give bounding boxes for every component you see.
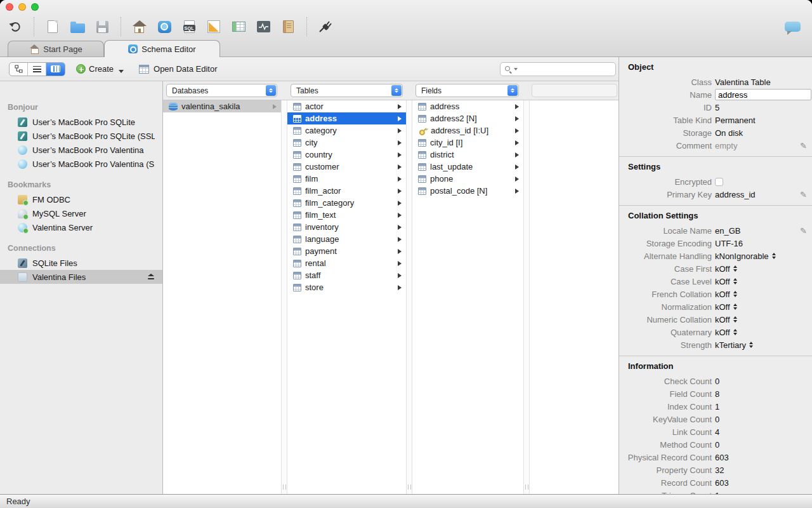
value-stepper-icon[interactable] bbox=[733, 329, 737, 335]
property-row: Comment empty ✎ bbox=[619, 139, 812, 152]
sidebar-item-bonjour-valentina-ssl[interactable]: User’s MacBook Pro Valentina (S... bbox=[0, 157, 162, 171]
table-icon bbox=[293, 248, 301, 255]
search-field bbox=[500, 62, 616, 76]
table-row[interactable]: film_category bbox=[287, 197, 406, 209]
sidebar-item-bonjour-valentina[interactable]: User’s MacBook Pro Valentina bbox=[0, 143, 162, 157]
section-title: Bookmarks bbox=[0, 180, 162, 192]
field-row[interactable]: city_id [I] bbox=[412, 137, 523, 149]
table-row[interactable]: customer bbox=[287, 161, 406, 173]
diagram-editor-button[interactable] bbox=[206, 17, 221, 37]
table-row[interactable]: category bbox=[287, 124, 406, 137]
sidebar-item-bonjour-sqlite-ssl[interactable]: User’s MacBook Pro SQLite (SSL) bbox=[0, 129, 162, 143]
property-value: kNonIgnorable bbox=[715, 251, 769, 261]
table-icon bbox=[293, 284, 301, 291]
value-stepper-icon[interactable] bbox=[733, 304, 737, 310]
pencil-icon[interactable]: ✎ bbox=[800, 226, 807, 236]
value-stepper-icon[interactable] bbox=[733, 291, 737, 297]
search-options-caret-icon[interactable] bbox=[514, 68, 518, 70]
sql-editor-button[interactable]: SQL bbox=[181, 17, 197, 37]
sidebar-item-valentina-files[interactable]: Valentina Files bbox=[0, 270, 162, 284]
field-row[interactable]: address2 [N] bbox=[412, 112, 523, 124]
server-admin-button[interactable] bbox=[256, 17, 271, 37]
value-stepper-icon[interactable] bbox=[733, 265, 737, 272]
data-editor-button[interactable] bbox=[231, 17, 246, 37]
pencil-icon[interactable]: ✎ bbox=[800, 141, 807, 150]
field-row[interactable]: postal_code [N] bbox=[412, 185, 523, 197]
column-resize-handle[interactable] bbox=[523, 100, 530, 494]
value-stepper-icon[interactable] bbox=[772, 253, 776, 259]
chevron-right-icon bbox=[515, 164, 519, 170]
databases-dropdown[interactable]: Databases bbox=[166, 84, 277, 97]
main-toolbar: SQL bbox=[0, 14, 812, 39]
field-row[interactable]: phone bbox=[412, 173, 523, 185]
column-view-button[interactable] bbox=[46, 63, 65, 76]
field-row[interactable]: address_id [I:U] bbox=[412, 124, 523, 137]
sidebar-item-sqlite-files[interactable]: SQLite Files bbox=[0, 256, 162, 270]
value-stepper-icon[interactable] bbox=[733, 316, 737, 323]
name-input[interactable] bbox=[715, 89, 811, 100]
save-button[interactable] bbox=[95, 17, 110, 37]
tree-view-button[interactable] bbox=[10, 63, 28, 76]
table-row[interactable]: rental bbox=[287, 257, 406, 269]
table-row[interactable]: film_text bbox=[287, 209, 406, 221]
column-resize-handle[interactable] bbox=[406, 100, 412, 494]
feedback-button[interactable] bbox=[785, 17, 801, 37]
zoom-window-button[interactable] bbox=[31, 3, 39, 11]
valentina-bookmark-icon bbox=[18, 223, 27, 232]
property-row: Alternate Handling kNonIgnorable bbox=[619, 250, 812, 262]
sidebar-item-mysql-server[interactable]: MySQL Server bbox=[0, 206, 162, 220]
create-button[interactable]: Create bbox=[76, 64, 124, 74]
connection-button[interactable] bbox=[318, 17, 333, 37]
database-row[interactable]: valentina_sakila bbox=[163, 100, 281, 112]
table-row[interactable]: country bbox=[287, 149, 406, 161]
value-stepper-icon[interactable] bbox=[749, 342, 753, 348]
table-row[interactable]: actor bbox=[287, 100, 406, 112]
empty-dropdown[interactable] bbox=[532, 84, 617, 97]
connections-section: Connections SQLite Files Valentina Files bbox=[0, 244, 162, 284]
mysql-bookmark-icon bbox=[18, 209, 27, 218]
field-row[interactable]: address bbox=[412, 100, 523, 112]
name-row: Name bbox=[619, 88, 812, 101]
pencil-icon[interactable]: ✎ bbox=[800, 190, 807, 199]
list-view-button[interactable] bbox=[28, 63, 46, 76]
table-row[interactable]: film bbox=[287, 173, 406, 185]
sidebar-item-bonjour-sqlite[interactable]: User’s MacBook Pro SQLite bbox=[0, 115, 162, 129]
open-button[interactable] bbox=[70, 17, 85, 37]
tab-schema-editor[interactable]: Schema Editor bbox=[104, 40, 220, 57]
field-icon bbox=[418, 115, 426, 123]
sidebar-item-fm-odbc[interactable]: FM ODBC bbox=[0, 192, 162, 206]
schema-editor-button[interactable] bbox=[157, 17, 172, 37]
chevron-down-icon[interactable] bbox=[119, 70, 124, 73]
tables-dropdown[interactable]: Tables bbox=[291, 84, 403, 97]
value-stepper-icon[interactable] bbox=[733, 278, 737, 284]
close-window-button[interactable] bbox=[6, 3, 13, 11]
search-input[interactable] bbox=[519, 64, 612, 74]
table-row[interactable]: store bbox=[287, 281, 406, 293]
open-data-editor-button[interactable]: Open Data Editor bbox=[139, 64, 217, 74]
undo-button[interactable] bbox=[8, 17, 23, 37]
table-row[interactable]: address bbox=[287, 112, 406, 124]
empty-column bbox=[530, 100, 619, 494]
table-row[interactable]: inventory bbox=[287, 221, 406, 233]
field-row[interactable]: last_update bbox=[412, 161, 523, 173]
minimize-window-button[interactable] bbox=[18, 3, 26, 11]
field-row[interactable]: district bbox=[412, 149, 523, 161]
start-page-button[interactable] bbox=[132, 17, 147, 37]
table-row[interactable]: language bbox=[287, 233, 406, 245]
encrypted-checkbox[interactable] bbox=[715, 178, 723, 186]
property-value: 32 bbox=[715, 465, 724, 475]
log-viewer-button[interactable] bbox=[280, 17, 296, 37]
settings-section: Settings Encrypted Primary Key bbox=[619, 157, 812, 206]
table-row[interactable]: city bbox=[287, 137, 406, 149]
chevron-right-icon bbox=[398, 104, 402, 109]
eject-button[interactable] bbox=[147, 274, 155, 280]
table-row[interactable]: payment bbox=[287, 245, 406, 257]
table-row[interactable]: staff bbox=[287, 269, 406, 281]
sidebar-item-valentina-server[interactable]: Valentina Server bbox=[0, 220, 162, 234]
column-resize-handle[interactable] bbox=[281, 100, 287, 494]
table-row[interactable]: film_actor bbox=[287, 185, 406, 197]
tab-start-page[interactable]: Start Page bbox=[8, 41, 104, 57]
new-document-button[interactable] bbox=[45, 17, 60, 37]
dropdown-stepper-icon bbox=[391, 85, 402, 96]
fields-dropdown[interactable]: Fields bbox=[416, 84, 519, 97]
